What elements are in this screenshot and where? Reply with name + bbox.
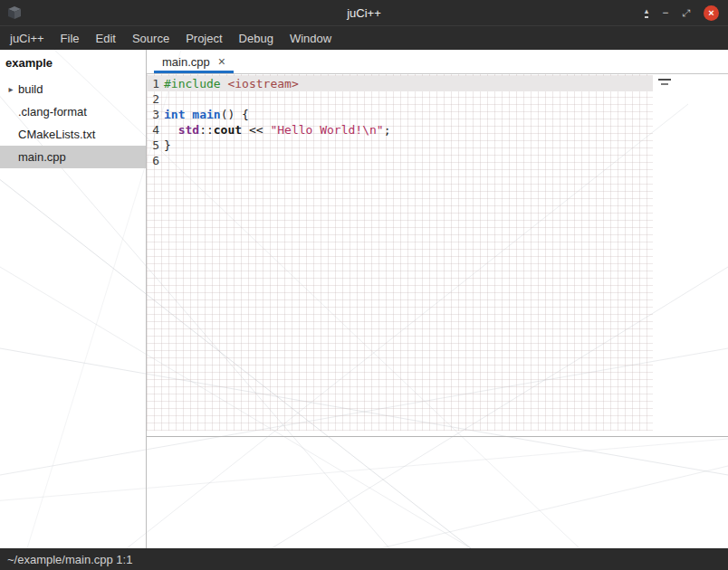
menu-item-source[interactable]: Source: [124, 26, 177, 50]
line-number: 1: [147, 76, 159, 91]
window-controls: ▴ − ⤢ ×: [645, 5, 728, 21]
tree-item-build[interactable]: ▸build: [0, 78, 146, 100]
window-title: juCi++: [0, 6, 728, 20]
line-number: 2: [147, 91, 159, 107]
menu-item-file[interactable]: File: [53, 26, 88, 50]
menu-item-edit[interactable]: Edit: [88, 26, 124, 50]
shade-icon[interactable]: ▴: [645, 7, 649, 18]
menu-item-window[interactable]: Window: [282, 26, 340, 50]
tree-item-label: CMakeLists.txt: [18, 128, 95, 141]
code-line[interactable]: 5}: [147, 138, 653, 153]
file-tree: ▸build.clang-formatCMakeLists.txtmain.cp…: [0, 78, 146, 168]
tree-item-label: build: [18, 82, 43, 96]
app-window: juCi++ ▴ − ⤢ × juCi++FileEditSourceProje…: [0, 0, 728, 570]
expander-icon[interactable]: ▸: [0, 84, 18, 94]
code-line[interactable]: 2: [147, 91, 653, 107]
code-line[interactable]: 3int main() {: [147, 107, 653, 122]
code-text: [159, 153, 164, 168]
tab-label: main.cpp: [162, 55, 210, 69]
code-text: #include <iostream>: [159, 76, 299, 91]
code-editor[interactable]: 1#include <iostream>23int main() {4 std:…: [147, 74, 728, 437]
code-text: int main() {: [159, 107, 249, 122]
code-text: [159, 91, 164, 107]
code-area: 1#include <iostream>23int main() {4 std:…: [147, 76, 728, 168]
menu-bar: juCi++FileEditSourceProjectDebugWindow: [0, 25, 728, 50]
restore-icon[interactable]: ⤢: [682, 8, 690, 18]
sidebar: example ▸build.clang-formatCMakeLists.tx…: [0, 50, 147, 548]
code-line[interactable]: 4 std::cout << "Hello World!\n";: [147, 122, 653, 138]
content-area: example ▸build.clang-formatCMakeLists.tx…: [0, 50, 728, 548]
app-icon: [6, 5, 23, 20]
status-file-position: ~/example/main.cpp 1:1: [7, 553, 132, 566]
tree-item-label: .clang-format: [18, 105, 87, 119]
tab-main-cpp[interactable]: main.cpp ×: [154, 50, 234, 73]
tree-item-label: main.cpp: [18, 150, 66, 164]
tab-bar: main.cpp ×: [147, 50, 728, 74]
menu-item-debug[interactable]: Debug: [231, 26, 282, 50]
tree-item-cmakelists-txt[interactable]: CMakeLists.txt: [0, 123, 146, 146]
menu-item-juci-[interactable]: juCi++: [2, 26, 53, 50]
overview-marker: [658, 79, 671, 81]
status-bar: ~/example/main.cpp 1:1: [0, 548, 728, 570]
code-line[interactable]: 6: [147, 153, 653, 168]
tree-item--clang-format[interactable]: .clang-format: [0, 100, 146, 123]
line-number: 5: [147, 138, 159, 153]
code-text: std::cout << "Hello World!\n";: [159, 122, 390, 138]
line-number: 4: [147, 122, 159, 138]
code-text: }: [159, 138, 171, 153]
overview-marker: [661, 83, 668, 85]
close-icon[interactable]: ×: [704, 5, 719, 21]
minimize-icon[interactable]: −: [662, 7, 668, 18]
line-number: 6: [147, 153, 159, 168]
code-line[interactable]: 1#include <iostream>: [147, 76, 653, 91]
main-panel: main.cpp × 1#include <iostream>23int mai…: [147, 50, 728, 548]
menu-item-project[interactable]: Project: [177, 26, 230, 50]
line-number: 3: [147, 107, 159, 122]
tab-close-icon[interactable]: ×: [218, 55, 225, 68]
output-panel: [147, 437, 728, 548]
title-bar: juCi++ ▴ − ⤢ ×: [0, 0, 728, 25]
project-root-label: example: [0, 50, 146, 78]
tree-item-main-cpp[interactable]: main.cpp: [0, 146, 146, 168]
